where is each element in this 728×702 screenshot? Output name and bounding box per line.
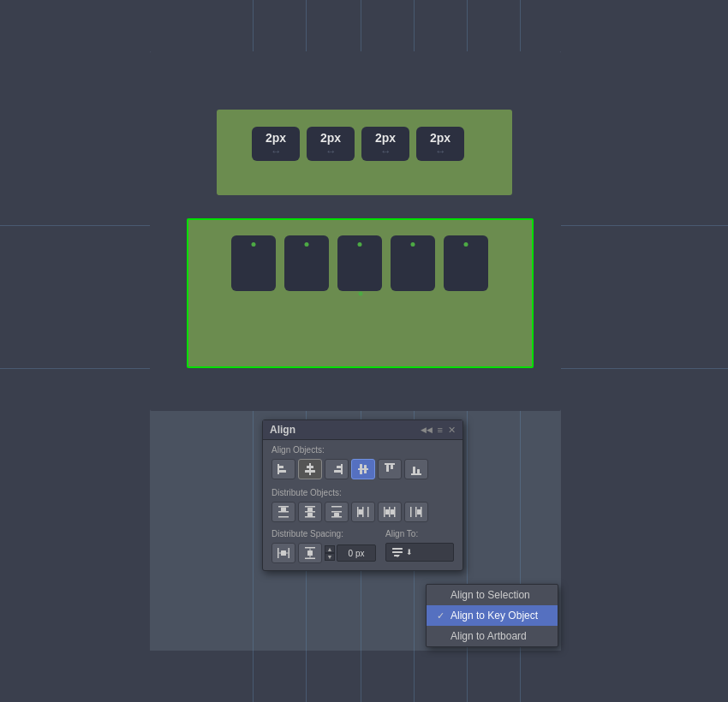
spacing-label-0: 2px (266, 131, 286, 146)
spacing-box-1: 2px ↔ (307, 127, 355, 161)
svg-rect-4 (307, 466, 313, 468)
panel-titlebar: Align ◀◀ ≡ ✕ (263, 420, 462, 440)
svg-rect-36 (359, 509, 363, 515)
svg-rect-43 (415, 507, 417, 517)
dist-right-button[interactable] (404, 502, 428, 522)
svg-rect-25 (305, 511, 315, 513)
px-input[interactable] (337, 544, 376, 562)
spacing-label-1: 2px (320, 131, 341, 146)
align-bottom-button[interactable] (404, 459, 428, 479)
objects-row (227, 235, 492, 291)
svg-rect-56 (392, 548, 403, 550)
svg-rect-34 (362, 507, 364, 517)
align-top-button[interactable] (378, 459, 402, 479)
svg-rect-22 (278, 516, 289, 518)
svg-rect-13 (364, 470, 367, 473)
align-to-button[interactable]: ⬇ (385, 543, 454, 562)
panel-title: Align (270, 424, 295, 436)
band-left (0, 0, 150, 702)
align-center-h-button[interactable] (298, 459, 322, 479)
px-input-wrap: ▲ ▼ (325, 543, 376, 563)
svg-rect-10 (360, 464, 362, 468)
spacing-box-2: 2px ↔ (361, 127, 409, 161)
dist-v-spacing-button[interactable] (298, 543, 322, 563)
svg-rect-7 (337, 466, 341, 468)
obj-item-0 (231, 235, 276, 291)
stepper-up[interactable]: ▲ (325, 545, 335, 553)
svg-rect-51 (305, 547, 315, 549)
spacing-boxes-row: 2px ↔ 2px ↔ 2px ↔ 2px ↔ (248, 127, 468, 161)
svg-rect-47 (289, 548, 290, 558)
svg-rect-20 (278, 506, 289, 508)
distribute-objects-section: Distribute Objects: (263, 483, 462, 526)
align-center-v-button[interactable] (351, 459, 375, 479)
align-right-button[interactable] (325, 459, 349, 479)
dist-center-v-button[interactable] (298, 502, 322, 522)
svg-rect-31 (331, 516, 342, 518)
svg-rect-9 (358, 468, 368, 470)
svg-rect-23 (281, 508, 286, 512)
svg-rect-16 (391, 465, 393, 469)
svg-rect-46 (277, 548, 279, 558)
menu-label-artboard: Align to Artboard (451, 630, 527, 642)
align-to-col: Align To: ⬇ (385, 529, 454, 563)
svg-rect-12 (364, 465, 367, 468)
distribute-spacing-buttons: ▲ ▼ (272, 543, 379, 563)
spacing-arrow-0: ↔ (271, 146, 282, 157)
svg-rect-14 (385, 463, 395, 465)
align-to-dropdown: Align to Selection ✓ Align to Key Object… (426, 584, 558, 647)
svg-rect-19 (417, 469, 420, 473)
dist-h-spacing-button[interactable] (272, 543, 295, 563)
spacing-box-3: 2px ↔ (416, 127, 464, 161)
menu-label-selection: Align to Selection (451, 589, 530, 601)
distribute-spacing-label: Distribute Spacing: (272, 529, 379, 538)
svg-rect-24 (305, 506, 315, 508)
distribute-spacing-col: Distribute Spacing: ▲ ▼ (272, 529, 379, 563)
obj-item-4 (444, 235, 488, 291)
dist-top-button[interactable] (272, 502, 295, 522)
svg-rect-6 (341, 464, 343, 474)
svg-rect-42 (410, 507, 412, 517)
menu-item-selection[interactable]: Align to Selection (427, 585, 558, 605)
band-right (561, 0, 728, 702)
dist-center-h-button[interactable] (378, 502, 402, 522)
dist-left-button[interactable] (351, 502, 375, 522)
svg-rect-27 (307, 508, 313, 511)
center-dot (358, 291, 362, 295)
dist-bottom-button[interactable] (325, 502, 349, 522)
stepper-down[interactable]: ▼ (325, 553, 335, 561)
svg-rect-45 (417, 509, 421, 515)
svg-rect-32 (334, 513, 339, 516)
obj-item-1 (284, 235, 329, 291)
svg-rect-53 (307, 550, 313, 556)
panel-collapse-icon[interactable]: ◀◀ (421, 425, 433, 434)
svg-rect-3 (309, 463, 311, 475)
spacing-arrow-1: ↔ (325, 146, 337, 157)
spacing-box-0: 2px ↔ (252, 127, 300, 161)
panel-close-icon[interactable]: ✕ (448, 425, 456, 436)
svg-rect-18 (413, 467, 415, 473)
svg-rect-0 (277, 464, 279, 474)
svg-rect-57 (392, 551, 403, 553)
panel-menu-icon[interactable]: ≡ (438, 425, 443, 435)
svg-rect-15 (386, 465, 389, 472)
align-objects-label: Align Objects: (272, 445, 454, 455)
align-to-value: ⬇ (406, 548, 413, 556)
px-stepper[interactable]: ▲ ▼ (325, 545, 335, 561)
align-objects-buttons (272, 459, 454, 479)
panel-bottom: Distribute Spacing: ▲ ▼ (263, 526, 462, 570)
spacing-label-2: 2px (375, 131, 396, 146)
svg-rect-26 (305, 516, 315, 518)
spacing-label-3: 2px (430, 131, 451, 146)
distribute-objects-label: Distribute Objects: (272, 488, 454, 497)
menu-item-artboard[interactable]: Align to Artboard (427, 626, 558, 646)
svg-rect-11 (360, 470, 362, 474)
align-panel: Align ◀◀ ≡ ✕ Align Objects: (262, 419, 463, 571)
menu-label-key-object: Align to Key Object (451, 610, 538, 622)
svg-rect-39 (394, 507, 396, 517)
align-left-button[interactable] (272, 459, 295, 479)
svg-rect-38 (389, 507, 391, 517)
menu-item-key-object[interactable]: ✓ Align to Key Object (427, 605, 558, 626)
svg-rect-52 (305, 558, 315, 560)
align-to-label: Align To: (385, 529, 454, 538)
